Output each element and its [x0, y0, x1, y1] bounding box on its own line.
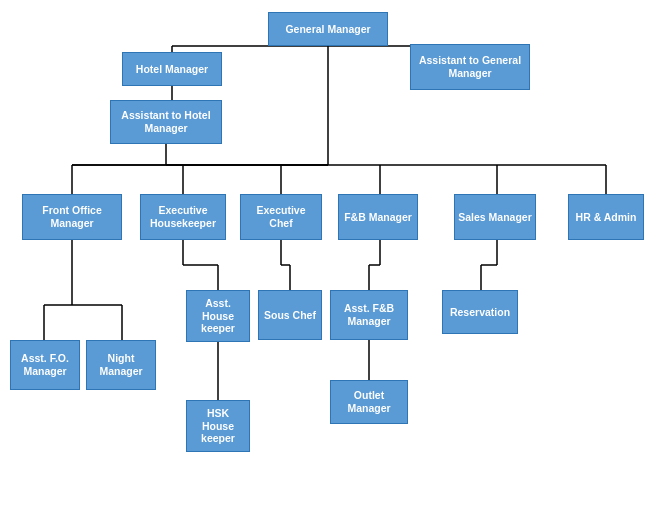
org-chart: General Manager Hotel Manager Assistant …	[0, 0, 665, 508]
front-office-manager-node: Front Office Manager	[22, 194, 122, 240]
night-manager-node: Night Manager	[86, 340, 156, 390]
asst-housekeeper-node: Asst. House keeper	[186, 290, 250, 342]
executive-housekeeper-node: Executive Housekeeper	[140, 194, 226, 240]
hsk-housekeeper-node: HSK House keeper	[186, 400, 250, 452]
hr-admin-node: HR & Admin	[568, 194, 644, 240]
sales-manager-node: Sales Manager	[454, 194, 536, 240]
reservation-node: Reservation	[442, 290, 518, 334]
hotel-manager-node: Hotel Manager	[122, 52, 222, 86]
asst-fb-manager-node: Asst. F&B Manager	[330, 290, 408, 340]
general-manager-node: General Manager	[268, 12, 388, 46]
sous-chef-node: Sous Chef	[258, 290, 322, 340]
outlet-manager-node: Outlet Manager	[330, 380, 408, 424]
asst-fo-manager-node: Asst. F.O. Manager	[10, 340, 80, 390]
executive-chef-node: Executive Chef	[240, 194, 322, 240]
connector-lines	[0, 0, 665, 508]
fb-manager-node: F&B Manager	[338, 194, 418, 240]
asst-hotel-manager-node: Assistant to Hotel Manager	[110, 100, 222, 144]
asst-general-manager-node: Assistant to General Manager	[410, 44, 530, 90]
